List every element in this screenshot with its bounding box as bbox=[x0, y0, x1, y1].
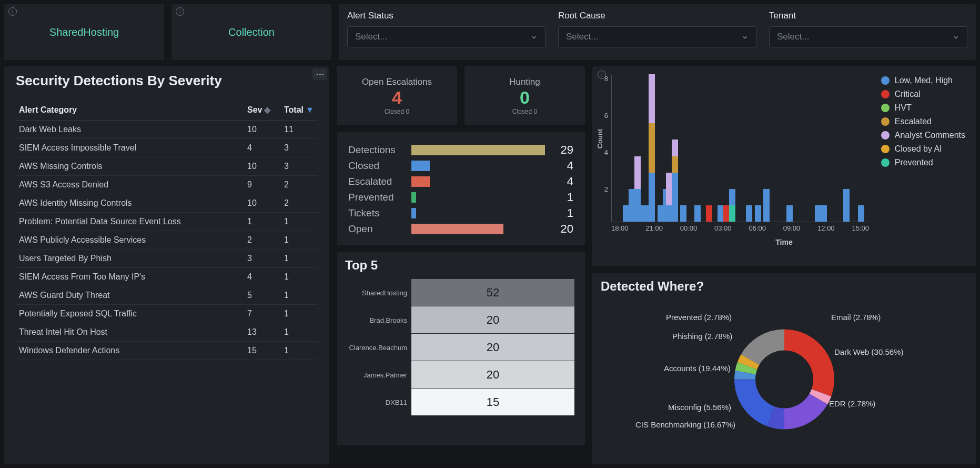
donut-label: Phishing (2.78%) bbox=[672, 332, 732, 341]
legend-item[interactable]: Critical bbox=[881, 89, 965, 99]
kpi-hunting[interactable]: Hunting 0 Closed 0 bbox=[464, 66, 585, 125]
legend-item[interactable]: Escalated bbox=[881, 117, 965, 126]
legend-item[interactable]: Closed by AI bbox=[881, 144, 965, 154]
table-row[interactable]: AWS Guard Duty Threat51 bbox=[16, 286, 318, 305]
donut-chart[interactable] bbox=[732, 326, 837, 433]
legend-item[interactable]: Prevented bbox=[881, 158, 965, 167]
chevron-down-icon bbox=[952, 33, 959, 41]
donut-label: EDR (2.78%) bbox=[829, 399, 875, 408]
status-row[interactable]: Closed 4 bbox=[348, 159, 573, 173]
tag-sharedhosting[interactable]: i SharedHosting bbox=[4, 4, 164, 60]
status-bar bbox=[411, 224, 503, 234]
legend-item[interactable]: Analyst Comments bbox=[881, 131, 965, 140]
top5-label: Brad.Brooks bbox=[347, 316, 411, 324]
x-axis: 18:0021:0000:0003:0006:0009:0012:0015:00 bbox=[611, 224, 869, 232]
time-chart-panel: i Count 8642 18:0021:0000:0003:0006:0009… bbox=[592, 66, 976, 266]
cell-total: 2 bbox=[281, 194, 318, 213]
table-row[interactable]: AWS Identity Missing Controls102 bbox=[16, 194, 318, 213]
filter-panel: Alert Status Select... Root Cause Select… bbox=[339, 4, 976, 60]
y-axis: 8642 bbox=[601, 75, 608, 222]
bar-column[interactable] bbox=[786, 205, 793, 222]
table-row[interactable]: Potentially Exposed SQL Traffic71 bbox=[16, 305, 318, 323]
col-total[interactable]: Total▼ bbox=[281, 99, 318, 121]
cell-category: Threat Intel Hit On Host bbox=[16, 323, 244, 342]
table-row[interactable]: SIEM Access Impossible Travel43 bbox=[16, 139, 318, 157]
table-row[interactable]: Dark Web Leaks1011 bbox=[16, 121, 318, 139]
top5-row[interactable]: James.Palmer 20 bbox=[347, 361, 574, 389]
top5-row[interactable]: DXB11 15 bbox=[347, 389, 574, 416]
cell-category: AWS Identity Missing Controls bbox=[16, 194, 244, 213]
top5-bar: 15 bbox=[411, 389, 574, 416]
bar-column[interactable] bbox=[706, 205, 712, 222]
filter-label-tenant: Tenant bbox=[769, 11, 967, 21]
top5-bar: 52 bbox=[411, 279, 574, 306]
cell-sev: 9 bbox=[244, 176, 281, 194]
cell-category: Windows Defender Actions bbox=[16, 342, 244, 360]
bar-column[interactable] bbox=[858, 205, 864, 222]
chevron-down-icon bbox=[530, 33, 538, 41]
table-row[interactable]: SIEM Access From Too Many IP's41 bbox=[16, 268, 318, 286]
bar-column[interactable] bbox=[672, 140, 678, 222]
col-alert-category[interactable]: Alert Category bbox=[16, 99, 244, 121]
table-row[interactable]: Users Targeted By Phish31 bbox=[16, 250, 318, 268]
status-label: Prevented bbox=[348, 192, 404, 203]
select-alert-status[interactable]: Select... bbox=[347, 26, 545, 47]
bar-column[interactable] bbox=[821, 205, 827, 222]
status-bar bbox=[411, 208, 416, 218]
time-bar-chart[interactable] bbox=[611, 75, 869, 222]
detected-where-panel: Detected Where? Prevented (2.78%)Phishin… bbox=[592, 273, 976, 464]
cell-total: 2 bbox=[281, 176, 318, 194]
status-value: 4 bbox=[552, 175, 573, 188]
kpi-sub: Closed 0 bbox=[512, 108, 537, 115]
cell-sev: 10 bbox=[244, 121, 281, 139]
table-row[interactable]: AWS S3 Access Denied92 bbox=[16, 176, 318, 194]
bar-column[interactable] bbox=[649, 74, 655, 222]
cell-category: AWS Publicly Accessible Services bbox=[16, 231, 244, 250]
kpi-value: 4 bbox=[392, 87, 402, 108]
status-bar bbox=[411, 161, 430, 171]
select-root-cause[interactable]: Select... bbox=[558, 26, 756, 47]
legend-item[interactable]: HVT bbox=[881, 103, 965, 113]
donut-label: Dark Web (30.56%) bbox=[834, 347, 903, 356]
donut-slice[interactable] bbox=[784, 329, 834, 396]
info-icon[interactable]: i bbox=[176, 7, 184, 16]
status-label: Detections bbox=[348, 144, 404, 156]
info-icon[interactable]: i bbox=[8, 7, 17, 16]
tag-collection[interactable]: i Collection bbox=[171, 4, 331, 60]
legend-item[interactable]: Low, Med, High bbox=[881, 76, 965, 85]
select-tenant[interactable]: Select... bbox=[769, 26, 967, 47]
bar-column[interactable] bbox=[694, 205, 701, 222]
cell-sev: 13 bbox=[244, 323, 281, 342]
bar-column[interactable] bbox=[843, 189, 850, 222]
top5-row[interactable]: Brad.Brooks 20 bbox=[347, 306, 574, 334]
top5-row[interactable]: SharedHosting 52 bbox=[347, 279, 574, 306]
table-row[interactable]: AWS Missing Controls103 bbox=[16, 157, 318, 176]
top5-row[interactable]: Clarence.Beachum 20 bbox=[347, 334, 574, 361]
bar-column[interactable] bbox=[755, 205, 761, 222]
top5-label: James.Palmer bbox=[347, 371, 411, 379]
panel-title: Top 5 bbox=[337, 252, 585, 275]
cell-total: 1 bbox=[281, 286, 318, 305]
col-sev[interactable]: Sev◆ bbox=[244, 99, 281, 121]
table-row[interactable]: Threat Intel Hit On Host131 bbox=[16, 323, 318, 342]
donut-slice[interactable] bbox=[734, 379, 774, 426]
kpi-open-escalations[interactable]: Open Escalations 4 Closed 0 bbox=[337, 66, 457, 125]
table-row[interactable]: Windows Defender Actions151 bbox=[16, 342, 318, 360]
legend-swatch bbox=[881, 145, 890, 153]
legend-label: Low, Med, High bbox=[895, 76, 953, 85]
status-row[interactable]: Escalated 4 bbox=[348, 175, 573, 188]
bar-column[interactable] bbox=[746, 205, 752, 222]
table-row[interactable]: AWS Publicly Accessible Services21 bbox=[16, 231, 318, 250]
legend-label: Critical bbox=[895, 89, 921, 99]
status-row[interactable]: Detections 29 bbox=[348, 143, 573, 157]
panel-menu-button[interactable] bbox=[312, 68, 327, 80]
status-row[interactable]: Tickets 1 bbox=[348, 206, 573, 220]
bar-column[interactable] bbox=[729, 189, 735, 222]
status-row[interactable]: Open 20 bbox=[348, 222, 573, 236]
bar-column[interactable] bbox=[763, 189, 770, 222]
table-row[interactable]: Problem: Potential Data Source Event Los… bbox=[16, 213, 318, 231]
bar-column[interactable] bbox=[680, 205, 686, 222]
status-row[interactable]: Prevented 1 bbox=[348, 191, 573, 204]
cell-category: Problem: Potential Data Source Event Los… bbox=[16, 213, 244, 231]
kpi-sub: Closed 0 bbox=[385, 108, 409, 115]
